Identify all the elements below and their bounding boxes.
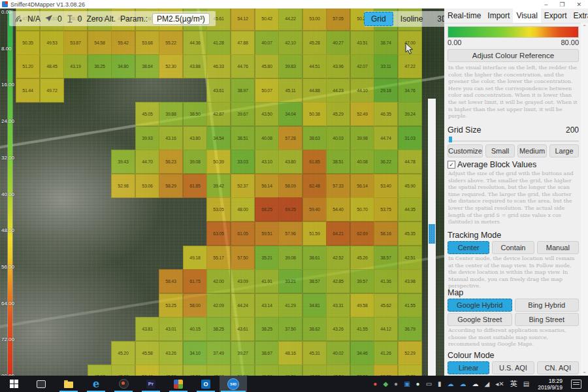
grid-cell: 39.24 (398, 102, 422, 126)
outlook-tray-icon[interactable]: ▣ (404, 376, 410, 392)
scroll-up-arrow[interactable]: ⌃ (581, 24, 588, 30)
taskbar-start-button[interactable] (0, 376, 27, 392)
cloud-white-icon[interactable]: ☁ (472, 376, 479, 392)
tab-visual[interactable]: Visual (513, 8, 540, 23)
grid-cell: 41.29 (278, 293, 302, 318)
sync-ball-icon[interactable]: ● (416, 376, 420, 392)
medium-button[interactable]: Medium (517, 144, 547, 157)
close-button[interactable]: ✕ (576, 1, 581, 8)
cloud-blue-2-icon[interactable]: ☁ (460, 376, 466, 392)
view-mode-isoline-button[interactable]: Isoline (393, 12, 431, 26)
grid-cell: 44.35 (398, 197, 422, 221)
tab-real-time[interactable]: Real-time (444, 8, 484, 23)
taskbar-sniffer4d-button[interactable]: S4D (220, 376, 247, 392)
google-hybrid-button[interactable]: Google Hybrid (448, 299, 512, 312)
grid-cell: 47.88 (231, 31, 255, 55)
taskbar-outlook-button[interactable]: O (192, 376, 220, 392)
view-mode-3d-button[interactable]: 3D (430, 12, 444, 26)
manual-button[interactable]: Manual (537, 241, 579, 254)
grid-cell: 31.03 (398, 126, 422, 150)
display-icon[interactable]: ▭ (426, 376, 432, 392)
volume-muted-icon[interactable]: ◂✕ (495, 376, 504, 392)
network-signal-icon[interactable]: ◢ (485, 376, 490, 392)
grid-cell: 54.12 (231, 8, 255, 31)
grid-cell: 40.08 (350, 150, 374, 174)
u-s-aqi-button[interactable]: U.S. AQI (492, 361, 534, 374)
windows-logo-icon (10, 380, 18, 388)
grid-cell: 42.52 (326, 246, 350, 270)
scroll-down-arrow[interactable]: ⌄ (581, 368, 588, 374)
grid-cell: 42.00 (206, 269, 231, 293)
map-scrollbar-thumb[interactable] (429, 224, 435, 244)
average-block-values-checkbox[interactable]: ✓ (448, 161, 455, 169)
grid-cell: 38.67 (255, 341, 279, 365)
taskbar-game-button[interactable] (165, 376, 192, 392)
window-title: Sniffer4DMapper V1.3.08.26 (10, 1, 85, 8)
taskbar-task-view-button[interactable] (27, 376, 55, 392)
taskbar-edge-button[interactable]: e (82, 376, 110, 392)
grid-cell: 42.10 (278, 31, 302, 55)
map-source-buttons-row1: Google HybridBing Hybrid (448, 299, 579, 312)
taskbar-premiere-button[interactable]: Pr (137, 376, 165, 392)
maximize-button[interactable]: ❐ (559, 1, 564, 8)
grid-cell: 43.61 (206, 78, 231, 103)
panel-scrollbar[interactable]: ⌃ ⌄ (581, 23, 588, 376)
drone-icon (45, 15, 53, 22)
grid-cell: 55.22 (159, 31, 183, 55)
grid-cell: 54.58 (88, 31, 112, 55)
bing-street-button[interactable]: Bing Street (515, 313, 580, 326)
bing-hybrid-button[interactable]: Bing Hybrid (515, 299, 580, 312)
grid-cell: 35.21 (255, 246, 279, 270)
battery-icon[interactable]: ▮ (438, 376, 442, 392)
security-shield-icon[interactable]: ◆ (383, 376, 388, 392)
linear-button[interactable]: Linear (448, 361, 489, 374)
adjust-colour-reference-button[interactable]: Adjust Colour Reference (448, 49, 579, 62)
grid-cell: 56.14 (255, 174, 279, 198)
ime-keyboard-icon[interactable]: ▤ (523, 376, 529, 392)
tracking-mode-buttons: CenterContainManual (448, 241, 579, 254)
center-button[interactable]: Center (448, 241, 489, 254)
grid-cell: 36.22 (374, 150, 398, 174)
cloud-blue-1-icon[interactable]: ☁ (448, 376, 454, 392)
grid-cell: 36.79 (398, 317, 422, 341)
grid-cell: 41.36 (374, 269, 398, 293)
grid-size-slider[interactable] (448, 137, 579, 142)
customize-button[interactable]: Customize (448, 144, 483, 157)
map-viewport[interactable]: 47.2546.6348.3844.2549.1247.8050.2141.88… (0, 8, 444, 376)
small-button[interactable]: Small (485, 144, 515, 157)
panel-tabs: Real-timeImportVisualExportExtras (444, 8, 588, 24)
view-mode-toggle: GridIsoline3D (364, 11, 444, 27)
cn-aqi-button[interactable]: CN. AQI (537, 361, 579, 374)
grid-cell: 43.19 (63, 54, 88, 78)
grid-cell: 53.06 (135, 174, 159, 198)
notification-center-icon[interactable] (571, 380, 581, 389)
taskbar-clock[interactable]: 18:29 2019/9/19 (535, 378, 565, 391)
ime-language-indicator[interactable]: 英 (510, 376, 517, 392)
tab-import[interactable]: Import (484, 8, 513, 23)
grid-cell: 42.07 (350, 54, 374, 78)
record-dot-icon[interactable]: ● (373, 376, 377, 392)
taskbar-action-recorder-button[interactable] (110, 376, 137, 392)
zero-alt-button[interactable]: Zero Alt. (86, 14, 116, 24)
tab-export[interactable]: Export (541, 8, 570, 23)
grid-cell: 42.60 (206, 365, 231, 376)
taskbar-file-explorer-button[interactable] (55, 376, 82, 392)
minimize-button[interactable]: – (544, 1, 547, 8)
visual-description: In the visual interface on the left, the… (448, 65, 578, 121)
grid-cell: 34.10 (183, 341, 207, 365)
large-button[interactable]: Large (549, 144, 579, 157)
grid-cell: 40.03 (326, 126, 350, 150)
grid-cell: 59.40 (302, 197, 327, 221)
view-mode-grid-button[interactable]: Grid (364, 12, 393, 26)
slider-track[interactable] (448, 140, 579, 142)
param-selector[interactable]: PM2.5(µg/m³) (152, 13, 210, 25)
grid-cell: 44.70 (135, 150, 159, 174)
slider-thumb[interactable] (449, 137, 452, 142)
device-icon[interactable]: ● (394, 376, 398, 392)
grid-cell: 38.97 (231, 78, 255, 103)
grid-cell: 49.72 (40, 78, 64, 103)
tab-extras[interactable]: Extras (570, 8, 588, 23)
google-street-button[interactable]: Google Street (448, 313, 512, 326)
contain-button[interactable]: Contain (492, 241, 534, 254)
map-scrollbar[interactable] (428, 99, 436, 376)
